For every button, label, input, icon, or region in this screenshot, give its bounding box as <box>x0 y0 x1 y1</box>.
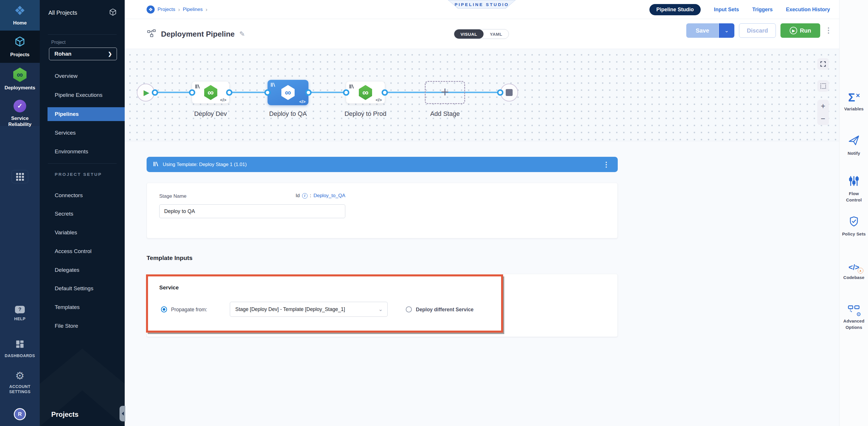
rail-srm-label: Service Reliability <box>4 115 36 128</box>
sidebar-item-services[interactable]: Services <box>40 126 125 140</box>
id-separator: : <box>310 193 311 199</box>
connector-port <box>265 89 271 96</box>
collapse-arrow-icon <box>120 411 124 416</box>
stage-id-value[interactable]: Deploy_to_QA <box>313 193 345 199</box>
sidebar-item-file-store[interactable]: File Store <box>40 319 125 333</box>
toolbar-item-variables[interactable]: Σ✕ Variables <box>839 92 868 112</box>
top-bar: ❖ Projects › Pipelines › PIPELINE STUDIO… <box>125 0 839 19</box>
sidebar-item-variables[interactable]: Variables <box>40 226 125 239</box>
all-projects-header[interactable]: All Projects <box>49 6 117 19</box>
stage-label-deploy-to-prod: Deploy to Prod <box>334 110 397 118</box>
pipeline-canvas[interactable]: ▶ ∞ </> ∞ </> ∞ </> <box>125 49 839 141</box>
sidebar-divider <box>48 34 117 35</box>
sidebar-item-access-control[interactable]: Access Control <box>40 245 125 258</box>
chevron-right-icon: ❯ <box>108 51 112 57</box>
rail-item-deployments[interactable]: ∞ Deployments <box>0 64 40 94</box>
rail-item-service-reliability[interactable]: ✓ Service Reliability <box>0 96 40 131</box>
title-bar: Deployment Pipeline ✎ VISUAL YAML Save ⌄… <box>125 19 839 49</box>
using-template-banner[interactable]: Using Template: Deploy Stage 1 (1.01) ⋮ <box>147 157 618 172</box>
toolbar-item-notify[interactable]: Notify <box>839 134 868 157</box>
template-library-icon <box>349 84 354 90</box>
save-button[interactable]: Save <box>686 23 718 38</box>
template-library-icon <box>153 161 159 168</box>
module-rail: ❖ Home Projects ∞ Deployments ✓ Service … <box>0 0 40 426</box>
gear-icon: ⚙ <box>856 311 861 318</box>
rail-dashboards-label: DASHBOARDS <box>5 353 35 358</box>
page-title: Deployment Pipeline <box>161 30 235 39</box>
propagate-from-radio[interactable] <box>161 306 167 312</box>
discard-button[interactable]: Discard <box>739 23 776 38</box>
pipeline-actions: Save ⌄ Discard ▶ Run ⋮ <box>686 23 832 38</box>
fullscreen-button[interactable] <box>817 58 829 70</box>
info-icon[interactable]: i <box>302 193 308 199</box>
stage-node-deploy-to-prod[interactable]: ∞ </> <box>346 82 385 104</box>
add-stage-button[interactable]: + <box>425 81 465 104</box>
sidebar-item-templates[interactable]: Templates <box>40 300 125 314</box>
toolbar-item-advanced-options[interactable]: ⚙ Advanced Options <box>839 304 868 331</box>
zoom-out-button[interactable]: − <box>821 115 826 123</box>
all-projects-label: All Projects <box>49 9 77 16</box>
toolbar-variables-label: Variables <box>840 106 867 112</box>
template-menu-kebab[interactable]: ⋮ <box>603 162 610 168</box>
marquee-select-button[interactable] <box>817 80 829 92</box>
marquee-icon <box>820 83 826 89</box>
sidebar-collapse-handle[interactable] <box>120 406 125 421</box>
tab-triggers[interactable]: Triggers <box>752 7 773 13</box>
stage-node-deploy-to-qa[interactable]: ∞ </> <box>268 80 308 105</box>
rail-item-account-settings[interactable]: ⚙ ACCOUNT SETTINGS <box>0 367 40 398</box>
sidebar-item-pipeline-executions[interactable]: Pipeline Executions <box>40 88 125 102</box>
sidebar-item-pipelines[interactable]: Pipelines <box>48 107 125 121</box>
breadcrumb: ❖ Projects › Pipelines › <box>147 0 207 19</box>
toolbar-item-policy-sets[interactable]: Policy Sets <box>839 216 868 237</box>
zoom-controls: + − <box>817 100 829 125</box>
deployments-icon: ∞ <box>13 67 27 82</box>
advanced-options-icon: ⚙ <box>848 304 860 315</box>
breadcrumb-pipelines[interactable]: Pipelines <box>183 7 203 12</box>
pipeline-menu-kebab[interactable]: ⋮ <box>825 27 832 34</box>
avatar-initial: R <box>18 411 22 417</box>
connector-port <box>189 89 195 96</box>
breadcrumb-projects[interactable]: Projects <box>158 7 175 12</box>
toggle-yaml[interactable]: YAML <box>484 29 508 39</box>
save-options-caret[interactable]: ⌄ <box>719 23 734 38</box>
project-selector[interactable]: Rohan ❯ <box>49 48 117 60</box>
toolbar-item-flow-control[interactable]: Flow Control <box>839 175 868 203</box>
sidebar-item-connectors[interactable]: Connectors <box>40 189 125 202</box>
service-reliability-icon: ✓ <box>13 100 26 112</box>
toolbar-item-codebase[interactable]: </> ▲ Codebase <box>839 263 868 281</box>
codebase-icon: </> ▲ <box>848 263 859 272</box>
deploy-different-service-radio[interactable] <box>406 306 412 312</box>
sidebar-item-overview[interactable]: Overview <box>40 69 125 83</box>
stage-name-input[interactable] <box>159 204 345 218</box>
sidebar-item-delegates[interactable]: Delegates <box>40 263 125 277</box>
sidebar-item-secrets[interactable]: Secrets <box>40 207 125 221</box>
connector-port <box>226 89 232 96</box>
connector-port <box>305 89 312 96</box>
rail-item-dashboards[interactable]: DASHBOARDS <box>0 335 40 363</box>
toggle-visual[interactable]: VISUAL <box>454 29 484 39</box>
zoom-in-button[interactable]: + <box>821 102 826 110</box>
sidebar-item-environments[interactable]: Environments <box>40 145 125 159</box>
tab-execution-history[interactable]: Execution History <box>786 7 830 13</box>
rail-item-home[interactable]: ❖ Home <box>0 0 40 31</box>
propagate-stage-dropdown[interactable]: Stage [Deploy Dev] - Template [Deploy_St… <box>230 302 388 317</box>
sidebar-item-default-settings[interactable]: Default Settings <box>40 282 125 295</box>
tab-pipeline-studio[interactable]: Pipeline Studio <box>649 4 701 15</box>
code-icon: </> <box>376 97 382 102</box>
module-picker-button[interactable] <box>11 170 28 183</box>
rail-account-settings-label: ACCOUNT SETTINGS <box>5 384 34 394</box>
run-button[interactable]: ▶ Run <box>780 23 820 38</box>
service-heading: Service <box>159 284 179 291</box>
user-avatar[interactable]: R <box>14 408 26 420</box>
tab-input-sets[interactable]: Input Sets <box>714 7 739 13</box>
rail-item-projects[interactable]: Projects <box>0 31 40 63</box>
add-stage-label: Add Stage <box>413 110 476 118</box>
rail-item-help[interactable]: ? HELP <box>0 300 40 328</box>
connector-port <box>152 89 158 96</box>
plus-icon: + <box>441 85 449 99</box>
edit-pencil-icon[interactable]: ✎ <box>239 30 245 38</box>
cd-hexagon-icon: ∞ <box>204 85 217 100</box>
stage-node-deploy-dev[interactable]: ∞ </> <box>192 82 229 104</box>
connector-port <box>343 89 349 96</box>
cd-hexagon-icon: ∞ <box>281 85 294 100</box>
